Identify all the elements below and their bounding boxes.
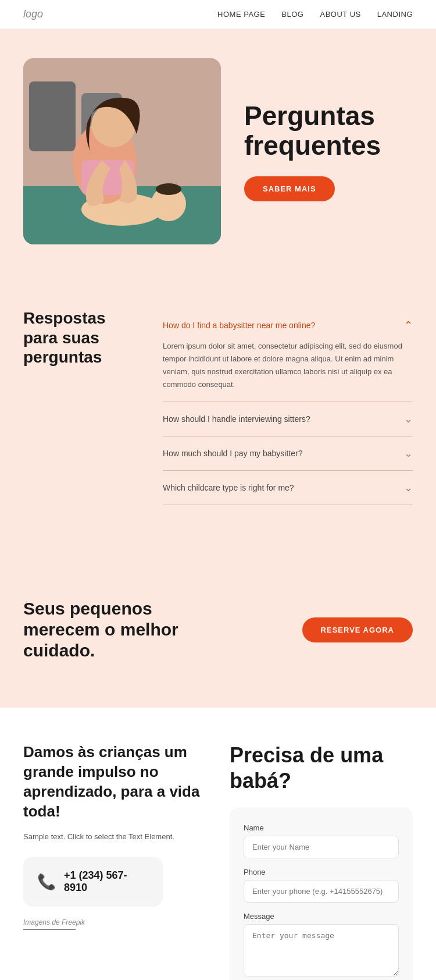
freepik-text: Imagens de Freepik — [23, 918, 206, 926]
faq-question-3[interactable]: How much should I pay my babysitter? ⌄ — [163, 447, 413, 460]
form-message-group: Message — [244, 912, 399, 979]
form-phone-label: Phone — [244, 868, 399, 876]
navigation: logo HOME PAGE BLOG ABOUT US LANDING — [0, 0, 436, 29]
faq-item-2: How should I handle interviewing sitters… — [163, 402, 413, 436]
nav-blog[interactable]: BLOG — [281, 10, 303, 19]
faq-question-1[interactable]: How do I find a babysitter near me onlin… — [163, 319, 413, 332]
form-phone-input[interactable] — [244, 880, 399, 903]
logo: logo — [23, 8, 43, 20]
faq-question-text-1: How do I find a babysitter near me onlin… — [163, 321, 315, 330]
faq-question-text-3: How much should I pay my babysitter? — [163, 449, 302, 458]
faq-question-2[interactable]: How should I handle interviewing sitters… — [163, 413, 413, 425]
form-name-input[interactable] — [244, 836, 399, 858]
faq-item-3: How much should I pay my babysitter? ⌄ — [163, 436, 413, 471]
faq-question-text-2: How should I handle interviewing sitters… — [163, 414, 310, 424]
cta-section: Seus pequenos merecem o melhor cuidado. … — [0, 552, 436, 708]
faq-question-text-4: Which childcare type is right for me? — [163, 483, 294, 492]
hero-section: Perguntas frequentes SABER MAIS — [0, 29, 436, 274]
faq-right: How do I find a babysitter near me onlin… — [163, 308, 413, 505]
freepik-line — [23, 929, 76, 930]
faq-item-1: How do I find a babysitter near me onlin… — [163, 308, 413, 402]
faq-left: Respostas para suas perguntas — [23, 308, 140, 505]
faq-answer-1: Lorem ipsum dolor sit amet, consectetur … — [163, 340, 413, 391]
contact-left-desc: Sample text. Click to select the Text El… — [23, 831, 206, 843]
svg-rect-1 — [29, 81, 76, 151]
contact-left: Damos às crianças um grande impulso no a… — [23, 743, 206, 929]
nav-landing[interactable]: LANDING — [377, 10, 413, 19]
faq-chevron-4: ⌄ — [404, 481, 413, 494]
faq-item-4: Which childcare type is right for me? ⌄ — [163, 471, 413, 505]
contact-form-card: Name Phone Message SOLICITAÇÃO DE CHAMAD… — [230, 807, 413, 980]
contact-left-title: Damos às crianças um grande impulso no a… — [23, 743, 206, 821]
faq-section-title: Respostas para suas perguntas — [23, 308, 140, 367]
nav-links: HOME PAGE BLOG ABOUT US LANDING — [217, 10, 413, 19]
cta-button[interactable]: RESERVE AGORA — [302, 617, 413, 642]
form-message-input[interactable] — [244, 924, 399, 977]
contact-right: Precisa de uma babá? Name Phone Message … — [230, 743, 413, 980]
form-name-label: Name — [244, 823, 399, 832]
form-name-group: Name — [244, 823, 399, 858]
form-phone-group: Phone — [244, 868, 399, 903]
svg-point-6 — [156, 183, 181, 195]
form-title: Precisa de uma babá? — [230, 743, 413, 793]
hero-text: Perguntas frequentes SABER MAIS — [244, 101, 413, 201]
hero-cta-button[interactable]: SABER MAIS — [244, 176, 335, 201]
nav-about[interactable]: ABOUT US — [320, 10, 360, 19]
faq-chevron-2: ⌄ — [404, 413, 413, 425]
form-message-label: Message — [244, 912, 399, 921]
hero-title: Perguntas frequentes — [244, 101, 413, 160]
faq-question-4[interactable]: Which childcare type is right for me? ⌄ — [163, 481, 413, 494]
faq-chevron-1: ⌃ — [404, 319, 413, 332]
phone-icon: 📞 — [37, 873, 56, 891]
phone-card: 📞 +1 (234) 567-8910 — [23, 857, 163, 907]
nav-home[interactable]: HOME PAGE — [217, 10, 265, 19]
faq-chevron-3: ⌄ — [404, 447, 413, 460]
cta-text: Seus pequenos merecem o melhor cuidado. — [23, 598, 221, 661]
contact-section: Damos às crianças um grande impulso no a… — [0, 708, 436, 980]
phone-number: +1 (234) 567-8910 — [64, 869, 149, 894]
hero-image — [23, 58, 221, 244]
faq-section: Respostas para suas perguntas How do I f… — [0, 274, 436, 552]
